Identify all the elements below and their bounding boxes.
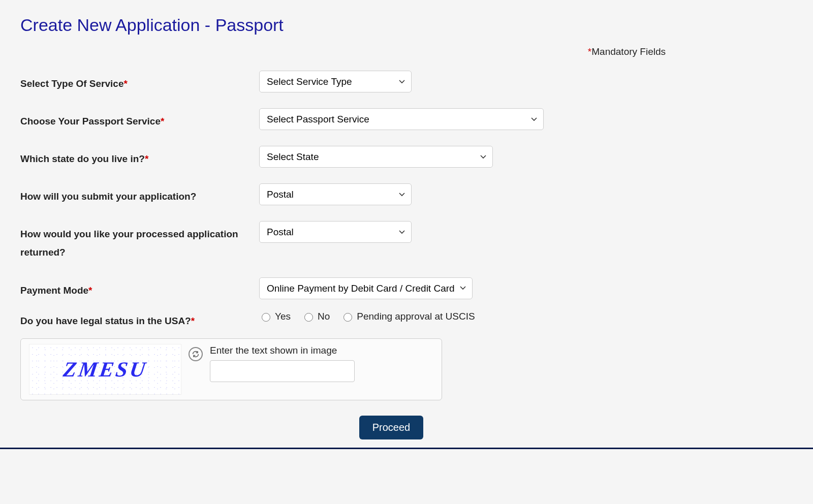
radio-no[interactable]: [304, 313, 313, 322]
proceed-button[interactable]: Proceed: [359, 416, 424, 439]
radio-pending[interactable]: [343, 313, 352, 322]
required-icon: *: [145, 153, 148, 164]
label-submit-method: How will you submit your application?: [20, 183, 259, 206]
label-state: Which state do you live in?*: [20, 146, 259, 168]
radio-option-yes[interactable]: Yes: [259, 311, 291, 322]
radio-yes[interactable]: [262, 313, 270, 322]
select-submit-method[interactable]: Postal: [259, 183, 412, 205]
required-icon: *: [88, 285, 92, 296]
required-icon: *: [191, 316, 195, 326]
captcha-input[interactable]: [210, 360, 355, 382]
radio-option-no[interactable]: No: [302, 311, 330, 322]
select-service-type[interactable]: Select Service Type: [259, 71, 412, 92]
select-passport-service[interactable]: Select Passport Service: [259, 108, 544, 130]
required-icon: *: [123, 78, 127, 89]
select-return-method[interactable]: Postal: [259, 221, 412, 243]
label-payment-mode: Payment Mode*: [20, 277, 259, 300]
row-passport-service: Choose Your Passport Service* Select Pas…: [20, 108, 793, 131]
page-title: Create New Application - Passport: [20, 15, 793, 35]
row-submit-method: How will you submit your application? Po…: [20, 183, 793, 206]
refresh-captcha-icon[interactable]: [189, 347, 203, 361]
row-service-type: Select Type Of Service* Select Service T…: [20, 71, 793, 93]
label-return-method: How would you like your processed applic…: [20, 221, 259, 262]
row-return-method: How would you like your processed applic…: [20, 221, 793, 262]
mandatory-note: *Mandatory Fields: [20, 46, 793, 57]
captcha-prompt: Enter the text shown in image: [210, 345, 433, 356]
legal-status-options: Yes No Pending approval at USCIS: [259, 308, 475, 322]
application-form: Create New Application - Passport *Manda…: [0, 0, 813, 449]
label-legal-status: Do you have legal status in the USA?*: [20, 308, 259, 330]
label-passport-service: Choose Your Passport Service*: [20, 108, 259, 131]
captcha-entry: Enter the text shown in image: [210, 344, 433, 382]
radio-option-pending[interactable]: Pending approval at USCIS: [341, 311, 475, 322]
required-icon: *: [161, 116, 164, 127]
row-legal-status: Do you have legal status in the USA?* Ye…: [20, 308, 793, 330]
row-state: Which state do you live in?* Select Stat…: [20, 146, 793, 168]
captcha-section: ZMESU Enter the text shown in image: [20, 338, 442, 400]
select-state[interactable]: Select State: [259, 146, 493, 168]
row-payment-mode: Payment Mode* Online Payment by Debit Ca…: [20, 277, 793, 300]
label-service-type: Select Type Of Service*: [20, 71, 259, 93]
submit-row: Proceed: [20, 416, 793, 439]
select-payment-mode[interactable]: Online Payment by Debit Card / Credit Ca…: [259, 277, 473, 299]
captcha-image: ZMESU: [29, 344, 181, 395]
